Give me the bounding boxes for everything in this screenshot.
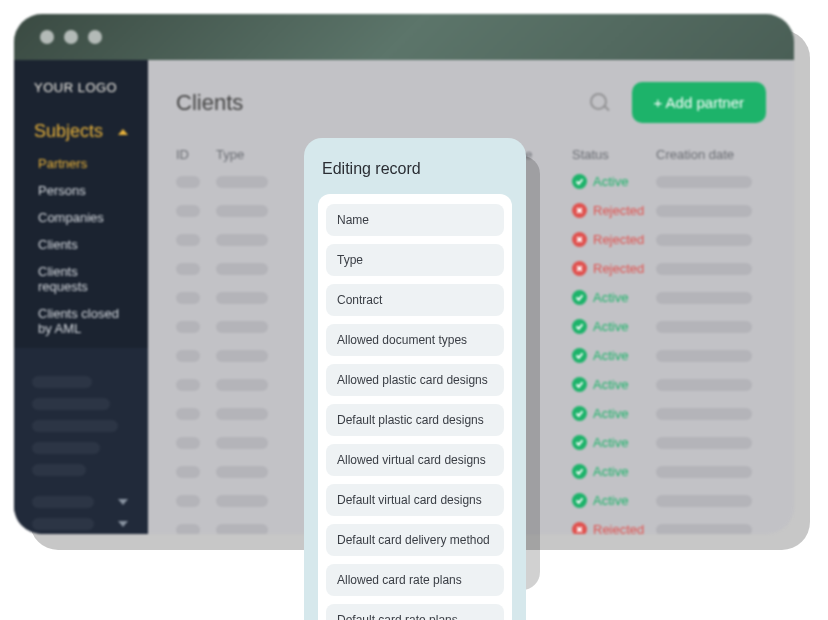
- page-title: Clients: [176, 90, 243, 116]
- status-label: Active: [593, 464, 628, 479]
- sidebar-section-label: Subjects: [34, 121, 103, 142]
- modal-field-allowed-plastic-card-designs[interactable]: Allowed plastic card designs: [326, 364, 504, 396]
- cell-creation-date: [656, 495, 766, 507]
- cell-type: [216, 176, 280, 188]
- main-header: Clients + Add partner: [176, 82, 766, 123]
- sidebar-item-clients[interactable]: Clients: [14, 231, 148, 258]
- cell-creation-date: [656, 524, 766, 535]
- modal-field-allowed-virtual-card-designs[interactable]: Allowed virtual card designs: [326, 444, 504, 476]
- cell-id: [176, 205, 216, 217]
- cell-creation-date: [656, 205, 766, 217]
- app-logo: YOUR LOGO: [14, 80, 148, 113]
- cell-id: [176, 524, 216, 535]
- check-circle-icon: [572, 319, 587, 334]
- cell-type: [216, 408, 280, 420]
- sidebar-placeholder: [32, 398, 110, 410]
- cell-status: Rejected: [572, 522, 656, 534]
- traffic-light-close[interactable]: [40, 30, 54, 44]
- cell-id: [176, 292, 216, 304]
- cell-id: [176, 437, 216, 449]
- cell-id: [176, 176, 216, 188]
- sidebar-placeholder: [32, 464, 86, 476]
- chevron-down-icon: [118, 499, 128, 505]
- sidebar-collapsed-label: [32, 518, 94, 530]
- cell-creation-date: [656, 176, 766, 188]
- traffic-light-maximize[interactable]: [88, 30, 102, 44]
- traffic-light-minimize[interactable]: [64, 30, 78, 44]
- modal-field-default-virtual-card-designs[interactable]: Default virtual card designs: [326, 484, 504, 516]
- cell-id: [176, 495, 216, 507]
- modal-field-allowed-card-rate-plans[interactable]: Allowed card rate plans: [326, 564, 504, 596]
- column-header-creation-date[interactable]: Creation date: [656, 147, 766, 162]
- sidebar-item-persons[interactable]: Persons: [14, 177, 148, 204]
- status-label: Active: [593, 319, 628, 334]
- check-circle-icon: [572, 435, 587, 450]
- sidebar-placeholder: [32, 376, 92, 388]
- cell-id: [176, 408, 216, 420]
- cell-type: [216, 321, 280, 333]
- editing-record-modal: Editing record NameTypeContractAllowed d…: [304, 138, 526, 620]
- sidebar-collapsed-section[interactable]: [14, 486, 148, 508]
- chevron-up-icon: [118, 129, 128, 135]
- cell-type: [216, 379, 280, 391]
- modal-field-type[interactable]: Type: [326, 244, 504, 276]
- cell-status: Rejected: [572, 203, 656, 218]
- cell-type: [216, 466, 280, 478]
- check-circle-icon: [572, 377, 587, 392]
- cell-id: [176, 263, 216, 275]
- modal-field-list: NameTypeContractAllowed document typesAl…: [318, 194, 512, 620]
- cell-type: [216, 524, 280, 535]
- status-label: Rejected: [593, 232, 644, 247]
- cell-type: [216, 350, 280, 362]
- column-header-id[interactable]: ID: [176, 147, 216, 162]
- chevron-down-icon: [118, 521, 128, 527]
- cell-status: Rejected: [572, 232, 656, 247]
- cell-type: [216, 205, 280, 217]
- sidebar-item-partners[interactable]: Partners: [14, 150, 148, 177]
- status-label: Active: [593, 174, 628, 189]
- sidebar-item-clients-closed-by-aml[interactable]: Clients closed by AML: [14, 300, 148, 342]
- cell-creation-date: [656, 466, 766, 478]
- cell-creation-date: [656, 234, 766, 246]
- check-circle-icon: [572, 406, 587, 421]
- status-label: Rejected: [593, 522, 644, 534]
- status-label: Active: [593, 377, 628, 392]
- sidebar-placeholder: [32, 442, 100, 454]
- search-icon[interactable]: [590, 93, 610, 113]
- modal-field-name[interactable]: Name: [326, 204, 504, 236]
- cell-creation-date: [656, 350, 766, 362]
- status-label: Active: [593, 435, 628, 450]
- check-circle-icon: [572, 290, 587, 305]
- cell-creation-date: [656, 408, 766, 420]
- window-titlebar: [14, 14, 794, 60]
- cell-creation-date: [656, 437, 766, 449]
- sidebar-section-subjects[interactable]: Subjects: [14, 113, 148, 150]
- x-circle-icon: [572, 232, 587, 247]
- add-partner-button[interactable]: + Add partner: [632, 82, 766, 123]
- cell-creation-date: [656, 263, 766, 275]
- cell-id: [176, 350, 216, 362]
- sidebar-collapsed-label: [32, 496, 94, 508]
- cell-status: Active: [572, 319, 656, 334]
- cell-status: Rejected: [572, 261, 656, 276]
- modal-field-allowed-document-types[interactable]: Allowed document types: [326, 324, 504, 356]
- column-header-status[interactable]: Status: [572, 147, 656, 162]
- modal-field-contract[interactable]: Contract: [326, 284, 504, 316]
- check-circle-icon: [572, 464, 587, 479]
- sidebar-item-companies[interactable]: Companies: [14, 204, 148, 231]
- status-label: Active: [593, 348, 628, 363]
- sidebar-lower-block: [14, 348, 148, 534]
- modal-field-default-card-rate-plans[interactable]: Default card rate plans: [326, 604, 504, 620]
- status-label: Rejected: [593, 261, 644, 276]
- cell-status: Active: [572, 435, 656, 450]
- cell-status: Active: [572, 174, 656, 189]
- cell-status: Active: [572, 348, 656, 363]
- cell-creation-date: [656, 379, 766, 391]
- cell-id: [176, 321, 216, 333]
- check-circle-icon: [572, 348, 587, 363]
- modal-field-default-plastic-card-designs[interactable]: Default plastic card designs: [326, 404, 504, 436]
- sidebar-item-clients-requests[interactable]: Clients requests: [14, 258, 148, 300]
- sidebar-collapsed-section[interactable]: [14, 508, 148, 530]
- cell-type: [216, 437, 280, 449]
- modal-field-default-card-delivery-method[interactable]: Default card delivery method: [326, 524, 504, 556]
